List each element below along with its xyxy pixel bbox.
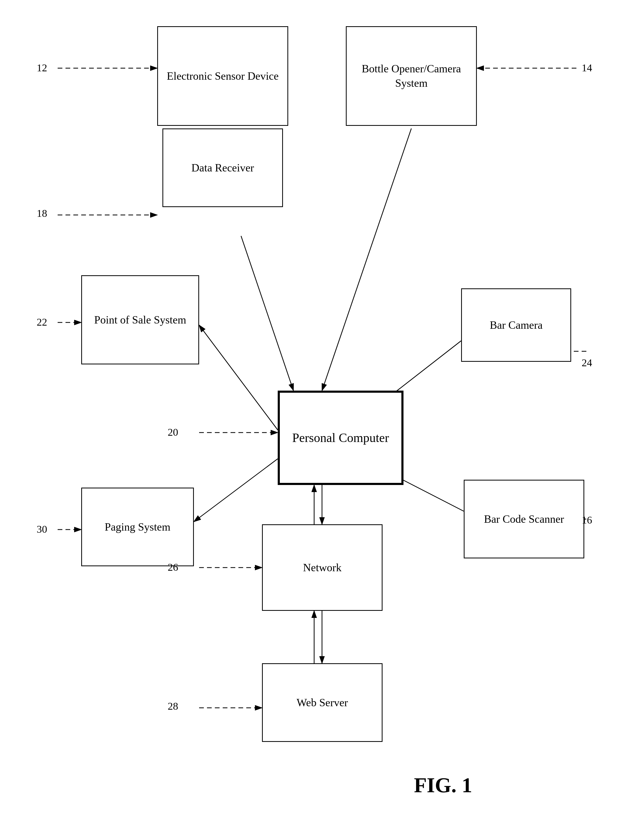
electronic-sensor-label: Electronic Sensor Device [167,69,279,83]
svg-line-8 [199,325,278,430]
electronic-sensor-box: Electronic Sensor Device [157,26,288,126]
web-server-box: Web Server [262,663,382,742]
label-26: 26 [168,561,178,573]
personal-computer-box: Personal Computer [278,391,404,485]
bar-camera-box: Bar Camera [461,288,571,362]
label-22: 22 [37,316,47,328]
label-16: 16 [582,514,592,526]
paging-system-box: Paging System [81,488,194,566]
label-28: 28 [168,700,178,712]
point-of-sale-label: Point of Sale System [94,313,186,327]
point-of-sale-box: Point of Sale System [81,275,199,365]
paging-system-label: Paging System [105,520,171,534]
bottle-opener-box: Bottle Opener/Camera System [346,26,477,126]
svg-line-5 [322,128,411,391]
svg-line-6 [241,236,293,391]
network-label: Network [303,561,342,575]
bar-code-scanner-label: Bar Code Scanner [484,512,564,527]
diagram: Electronic Sensor Device --> Data Receiv… [0,0,644,825]
label-18: 18 [37,207,47,219]
web-server-label: Web Server [297,695,348,710]
data-receiver-label: Data Receiver [191,161,254,175]
label-30: 30 [37,523,47,535]
label-12: 12 [37,62,47,74]
figure-label: FIG. 1 [414,773,472,797]
personal-computer-label: Personal Computer [292,429,389,446]
label-24: 24 [582,357,592,369]
data-receiver-box: Data Receiver [162,128,283,207]
svg-line-13 [194,459,278,522]
label-14: 14 [582,62,592,74]
bar-code-scanner-box: Bar Code Scanner [464,480,584,558]
network-box: Network [262,524,382,611]
bottle-opener-label: Bottle Opener/Camera System [347,62,476,90]
bar-camera-label: Bar Camera [490,318,542,332]
label-20: 20 [168,426,178,438]
